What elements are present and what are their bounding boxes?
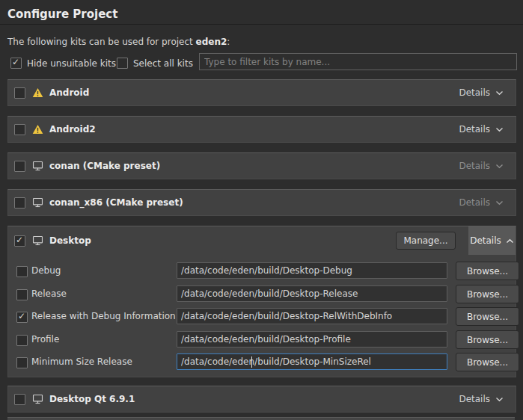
- chevron-down-icon: [495, 164, 504, 169]
- build-dir-input[interactable]: [177, 262, 447, 279]
- kit-filter: [199, 53, 517, 70]
- kit-row-conan-x86: conan_x86 (CMake preset) Details: [7, 189, 516, 216]
- checkbox-icon[interactable]: [10, 58, 22, 69]
- config-label: Release: [31, 288, 67, 299]
- config-label: Profile: [31, 334, 59, 345]
- desktop-computer-icon: [31, 394, 43, 405]
- browse-button[interactable]: Browse...: [456, 330, 519, 349]
- details-toggle[interactable]: Details: [459, 87, 504, 98]
- kit-row-android: Android Details: [7, 79, 516, 106]
- divider: [0, 24, 523, 25]
- kit-name: conan_x86 (CMake preset): [49, 197, 183, 208]
- browse-button[interactable]: Browse...: [456, 353, 519, 371]
- details-toggle[interactable]: Details: [459, 394, 504, 404]
- kit-checkbox[interactable]: [14, 161, 25, 172]
- kit-checkbox[interactable]: [14, 197, 25, 209]
- build-config-row-minsizerel: Minimum Size Release Browse...: [8, 353, 516, 372]
- manage-kits-button[interactable]: Manage...: [396, 232, 456, 250]
- kit-name: Android2: [49, 124, 96, 135]
- config-checkbox[interactable]: [16, 266, 28, 277]
- build-dir-field: [177, 262, 447, 280]
- build-dir-input[interactable]: [177, 331, 447, 348]
- details-label: Details: [459, 197, 490, 208]
- kit-row-desktop: Desktop Manage... Details: [8, 226, 516, 255]
- details-label: Details: [459, 394, 490, 404]
- build-dir-input[interactable]: [177, 353, 447, 370]
- build-dir-input[interactable]: [177, 308, 447, 324]
- build-dir-field: [177, 285, 447, 303]
- kit-row-desktop-qt: Desktop Qt 6.9.1 Details: [7, 386, 516, 413]
- details-toggle[interactable]: Details: [459, 197, 504, 208]
- build-config-row-release: Release Browse...: [8, 285, 516, 304]
- browse-button[interactable]: Browse...: [456, 262, 519, 280]
- hide-unsuitable-label: Hide unsuitable kits: [27, 58, 116, 69]
- chevron-down-icon: [495, 90, 504, 96]
- details-label: Details: [459, 124, 490, 135]
- kit-checkbox[interactable]: [14, 394, 25, 405]
- hide-unsuitable-checkbox[interactable]: Hide unsuitable kits: [10, 58, 116, 69]
- details-label: Details: [459, 161, 490, 171]
- kit-checkbox[interactable]: [14, 87, 25, 99]
- build-dir-field: [177, 331, 447, 349]
- build-dir-field: [177, 308, 447, 326]
- kit-name: conan (CMake preset): [49, 161, 160, 171]
- kit-row-partial: [7, 417, 515, 420]
- browse-button[interactable]: Browse...: [456, 307, 519, 326]
- build-config-row-relwithdebinfo: Release with Debug Information Browse...: [8, 307, 516, 327]
- select-all-checkbox[interactable]: Select all kits: [117, 58, 193, 69]
- filter-input[interactable]: [199, 53, 517, 70]
- warning-icon: [31, 87, 43, 99]
- chevron-down-icon: [495, 397, 504, 402]
- intro-suffix: :: [227, 37, 230, 47]
- checkbox-icon[interactable]: [117, 58, 128, 69]
- intro-prefix: The following kits can be used for proje…: [7, 37, 196, 47]
- desktop-computer-icon: [31, 235, 43, 247]
- config-checkbox[interactable]: [16, 357, 28, 368]
- kit-name: Android: [49, 87, 89, 98]
- build-config-row-debug: Debug Browse...: [8, 262, 516, 281]
- config-checkbox[interactable]: [16, 312, 28, 323]
- config-checkbox[interactable]: [16, 289, 28, 300]
- kit-checkbox[interactable]: [14, 124, 25, 135]
- build-dir-field-focused: [177, 353, 447, 371]
- details-toggle[interactable]: Details: [459, 124, 504, 135]
- config-label: Minimum Size Release: [31, 356, 132, 367]
- kit-name: Desktop: [49, 235, 91, 246]
- kit-checkbox[interactable]: [14, 235, 25, 247]
- chevron-down-icon: [495, 127, 504, 132]
- kit-panel-desktop: Desktop Manage... Details Debug Browse..…: [7, 226, 516, 377]
- details-toggle[interactable]: Details: [468, 226, 516, 255]
- warning-icon: [31, 124, 43, 135]
- chevron-up-icon: [506, 238, 514, 244]
- details-label: Details: [459, 87, 490, 98]
- kit-name: Desktop Qt 6.9.1: [49, 394, 135, 404]
- build-dir-input[interactable]: [177, 285, 447, 302]
- config-label: Debug: [31, 265, 61, 276]
- kit-row-android2: Android2 Details: [7, 116, 516, 143]
- page-title: Configure Project: [7, 7, 117, 21]
- text-caret: [251, 356, 252, 368]
- kit-row-conan: conan (CMake preset) Details: [7, 152, 516, 179]
- desktop-computer-icon: [31, 197, 43, 209]
- desktop-computer-icon: [31, 161, 43, 172]
- chevron-down-icon: [495, 200, 504, 206]
- config-checkbox[interactable]: [16, 335, 28, 346]
- configure-project-panel: Configure Project The following kits can…: [0, 0, 523, 420]
- select-all-label: Select all kits: [133, 58, 193, 69]
- details-toggle[interactable]: Details: [459, 161, 504, 171]
- build-config-row-profile: Profile Browse...: [8, 330, 516, 350]
- project-name: eden2: [196, 37, 227, 47]
- browse-button[interactable]: Browse...: [456, 285, 519, 303]
- config-label: Release with Debug Information: [31, 311, 176, 321]
- details-label: Details: [470, 235, 501, 246]
- intro-text: The following kits can be used for proje…: [7, 37, 230, 47]
